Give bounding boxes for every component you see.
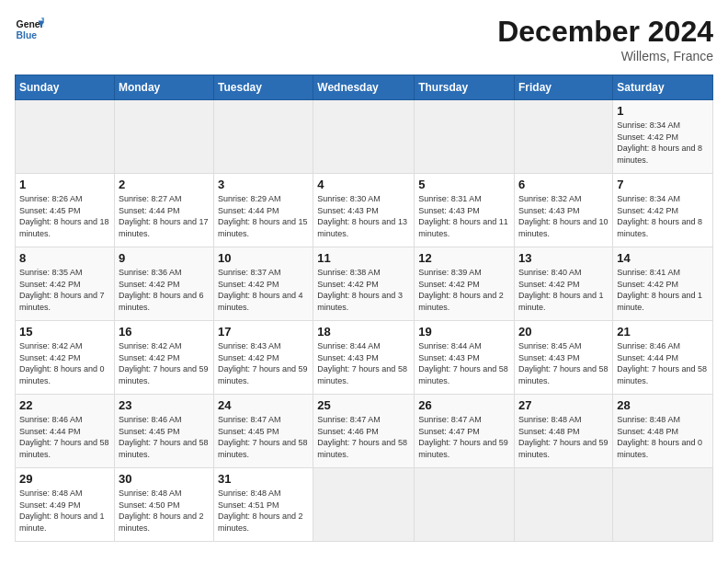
calendar-table: SundayMondayTuesdayWednesdayThursdayFrid… — [15, 75, 713, 542]
calendar-cell: 2Sunrise: 8:27 AMSunset: 4:44 PMDaylight… — [114, 174, 213, 247]
day-info: Sunrise: 8:43 AMSunset: 4:42 PMDaylight:… — [218, 340, 309, 386]
calendar-cell: 20Sunrise: 8:45 AMSunset: 4:43 PMDayligh… — [515, 321, 613, 395]
day-number: 20 — [518, 325, 609, 339]
calendar-cell: 22Sunrise: 8:46 AMSunset: 4:44 PMDayligh… — [16, 395, 115, 468]
week-row-3: 8Sunrise: 8:35 AMSunset: 4:42 PMDaylight… — [16, 247, 713, 321]
calendar-cell: 14Sunrise: 8:41 AMSunset: 4:42 PMDayligh… — [613, 247, 713, 321]
calendar-cell: 10Sunrise: 8:37 AMSunset: 4:42 PMDayligh… — [214, 247, 313, 321]
day-info: Sunrise: 8:42 AMSunset: 4:42 PMDaylight:… — [119, 340, 210, 386]
day-number: 4 — [317, 178, 410, 191]
page-header: General Blue December 2024 Willems, Fran… — [15, 15, 713, 63]
day-number: 1 — [19, 178, 110, 191]
week-row-2: 1Sunrise: 8:26 AMSunset: 4:45 PMDaylight… — [16, 174, 713, 247]
day-info: Sunrise: 8:47 AMSunset: 4:45 PMDaylight:… — [218, 414, 309, 460]
calendar-cell: 8Sunrise: 8:35 AMSunset: 4:42 PMDaylight… — [16, 247, 115, 321]
week-row-1: 1Sunrise: 8:34 AMSunset: 4:42 PMDaylight… — [16, 100, 713, 174]
day-number: 1 — [617, 104, 709, 118]
calendar-cell — [313, 468, 415, 542]
day-number: 24 — [218, 398, 309, 412]
calendar-cell: 4Sunrise: 8:30 AMSunset: 4:43 PMDaylight… — [313, 174, 415, 247]
calendar-cell — [313, 100, 415, 174]
day-info: Sunrise: 8:48 AMSunset: 4:49 PMDaylight:… — [19, 488, 110, 534]
day-info: Sunrise: 8:41 AMSunset: 4:42 PMDaylight:… — [617, 267, 709, 313]
day-number: 6 — [518, 178, 609, 191]
calendar-cell — [214, 100, 313, 174]
day-number: 22 — [19, 398, 110, 412]
calendar-cell — [16, 100, 115, 174]
column-header-saturday: Saturday — [613, 75, 713, 100]
column-header-friday: Friday — [515, 75, 613, 100]
day-number: 26 — [418, 398, 510, 412]
column-header-monday: Monday — [114, 75, 213, 100]
calendar-cell: 26Sunrise: 8:47 AMSunset: 4:47 PMDayligh… — [415, 395, 515, 468]
calendar-cell: 6Sunrise: 8:32 AMSunset: 4:43 PMDaylight… — [515, 174, 613, 247]
day-number: 31 — [218, 472, 309, 486]
svg-text:Blue: Blue — [17, 30, 38, 40]
day-number: 30 — [119, 472, 210, 486]
day-info: Sunrise: 8:46 AMSunset: 4:45 PMDaylight:… — [119, 414, 210, 460]
title-block: December 2024 Willems, France — [497, 15, 713, 63]
day-info: Sunrise: 8:44 AMSunset: 4:43 PMDaylight:… — [317, 340, 410, 386]
week-row-6: 29Sunrise: 8:48 AMSunset: 4:49 PMDayligh… — [16, 468, 713, 542]
day-number: 5 — [418, 178, 510, 191]
day-info: Sunrise: 8:48 AMSunset: 4:51 PMDaylight:… — [218, 488, 309, 534]
day-number: 25 — [317, 398, 410, 412]
day-number: 23 — [119, 398, 210, 412]
calendar-cell: 1Sunrise: 8:34 AMSunset: 4:42 PMDaylight… — [613, 100, 713, 174]
column-header-sunday: Sunday — [16, 75, 115, 100]
calendar-cell: 13Sunrise: 8:40 AMSunset: 4:42 PMDayligh… — [515, 247, 613, 321]
day-info: Sunrise: 8:47 AMSunset: 4:46 PMDaylight:… — [317, 414, 410, 460]
day-number: 19 — [418, 325, 510, 339]
day-number: 10 — [218, 251, 309, 265]
column-header-wednesday: Wednesday — [313, 75, 415, 100]
day-info: Sunrise: 8:26 AMSunset: 4:45 PMDaylight:… — [19, 193, 110, 239]
calendar-cell: 3Sunrise: 8:29 AMSunset: 4:44 PMDaylight… — [214, 174, 313, 247]
day-info: Sunrise: 8:48 AMSunset: 4:48 PMDaylight:… — [617, 414, 709, 460]
calendar-cell: 17Sunrise: 8:43 AMSunset: 4:42 PMDayligh… — [214, 321, 313, 395]
day-info: Sunrise: 8:46 AMSunset: 4:44 PMDaylight:… — [19, 414, 110, 460]
calendar-cell: 28Sunrise: 8:48 AMSunset: 4:48 PMDayligh… — [613, 395, 713, 468]
week-row-4: 15Sunrise: 8:42 AMSunset: 4:42 PMDayligh… — [16, 321, 713, 395]
logo-icon: General Blue — [15, 15, 44, 44]
calendar-cell — [415, 100, 515, 174]
calendar-cell: 11Sunrise: 8:38 AMSunset: 4:42 PMDayligh… — [313, 247, 415, 321]
calendar-cell: 25Sunrise: 8:47 AMSunset: 4:46 PMDayligh… — [313, 395, 415, 468]
calendar-cell: 23Sunrise: 8:46 AMSunset: 4:45 PMDayligh… — [114, 395, 213, 468]
day-number: 15 — [19, 325, 110, 339]
calendar-cell: 18Sunrise: 8:44 AMSunset: 4:43 PMDayligh… — [313, 321, 415, 395]
day-number: 3 — [218, 178, 309, 191]
day-info: Sunrise: 8:30 AMSunset: 4:43 PMDaylight:… — [317, 193, 410, 239]
calendar-cell — [515, 468, 613, 542]
calendar-cell: 24Sunrise: 8:47 AMSunset: 4:45 PMDayligh… — [214, 395, 313, 468]
logo: General Blue — [15, 15, 44, 44]
location: Willems, France — [497, 49, 713, 63]
day-number: 9 — [119, 251, 210, 265]
day-info: Sunrise: 8:44 AMSunset: 4:43 PMDaylight:… — [418, 340, 510, 386]
calendar-cell: 30Sunrise: 8:48 AMSunset: 4:50 PMDayligh… — [114, 468, 213, 542]
day-number: 13 — [518, 251, 609, 265]
day-info: Sunrise: 8:47 AMSunset: 4:47 PMDaylight:… — [418, 414, 510, 460]
day-info: Sunrise: 8:27 AMSunset: 4:44 PMDaylight:… — [119, 193, 210, 239]
column-header-tuesday: Tuesday — [214, 75, 313, 100]
calendar-cell: 27Sunrise: 8:48 AMSunset: 4:48 PMDayligh… — [515, 395, 613, 468]
column-header-thursday: Thursday — [415, 75, 515, 100]
calendar-cell — [114, 100, 213, 174]
day-number: 16 — [119, 325, 210, 339]
month-title: December 2024 — [497, 15, 713, 49]
calendar-cell: 7Sunrise: 8:34 AMSunset: 4:42 PMDaylight… — [613, 174, 713, 247]
day-info: Sunrise: 8:39 AMSunset: 4:42 PMDaylight:… — [418, 267, 510, 313]
day-info: Sunrise: 8:48 AMSunset: 4:50 PMDaylight:… — [119, 488, 210, 534]
day-number: 7 — [617, 178, 709, 191]
calendar-cell: 16Sunrise: 8:42 AMSunset: 4:42 PMDayligh… — [114, 321, 213, 395]
calendar-cell — [415, 468, 515, 542]
calendar-cell: 31Sunrise: 8:48 AMSunset: 4:51 PMDayligh… — [214, 468, 313, 542]
day-number: 8 — [19, 251, 110, 265]
calendar-cell: 15Sunrise: 8:42 AMSunset: 4:42 PMDayligh… — [16, 321, 115, 395]
day-info: Sunrise: 8:48 AMSunset: 4:48 PMDaylight:… — [518, 414, 609, 460]
day-info: Sunrise: 8:46 AMSunset: 4:44 PMDaylight:… — [617, 340, 709, 386]
calendar-cell: 19Sunrise: 8:44 AMSunset: 4:43 PMDayligh… — [415, 321, 515, 395]
day-number: 28 — [617, 398, 709, 412]
day-number: 2 — [119, 178, 210, 191]
day-info: Sunrise: 8:36 AMSunset: 4:42 PMDaylight:… — [119, 267, 210, 313]
calendar-cell: 1Sunrise: 8:26 AMSunset: 4:45 PMDaylight… — [16, 174, 115, 247]
